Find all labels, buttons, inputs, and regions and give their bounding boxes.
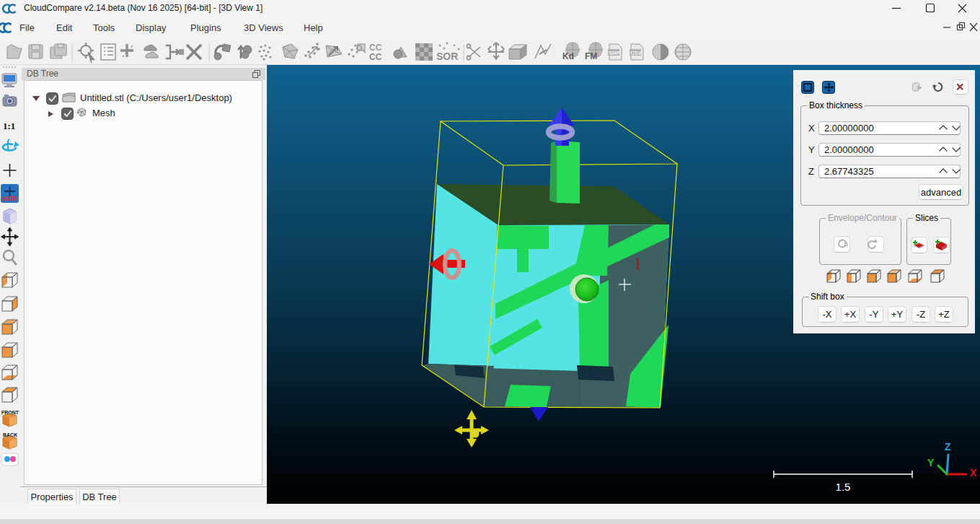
- svg-text:1.5: 1.5: [836, 481, 851, 493]
- svg-text:auto: auto: [2, 194, 17, 202]
- svg-text:CSV: CSV: [630, 50, 641, 56]
- svg-text:X: X: [970, 467, 977, 479]
- svg-text:SHP: SHP: [609, 50, 619, 56]
- svg-text:FM: FM: [585, 51, 597, 61]
- svg-text:CC: CC: [369, 43, 382, 53]
- svg-text:Kd: Kd: [562, 51, 574, 61]
- svg-text:Y: Y: [927, 457, 935, 468]
- svg-text:SOR: SOR: [436, 51, 458, 62]
- svg-text:CC: CC: [369, 52, 382, 62]
- svg-text:1:1: 1:1: [3, 121, 15, 131]
- svg-text:Z: Z: [945, 441, 951, 453]
